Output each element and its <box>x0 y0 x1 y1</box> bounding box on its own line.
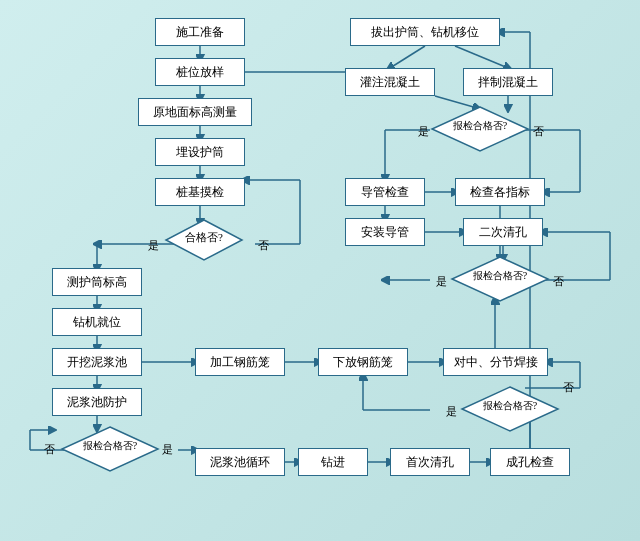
box-jiagong-gangjinlong: 加工钢筋笼 <box>195 348 285 376</box>
yes-label-d2: 是 <box>162 442 173 457</box>
box-zuanji-jiuwei: 钻机就位 <box>52 308 142 336</box>
flowchart-diagram: 施工准备 桩位放样 原地面标高测量 埋设护筒 桩基摸检 测护筒标高 钻机就位 开… <box>0 0 640 541</box>
yes-label-d1: 是 <box>148 238 159 253</box>
box-yuandi-biaoqao: 原地面标高测量 <box>138 98 252 126</box>
box-banzhi-hunningtu: 拌制混凝土 <box>463 68 553 96</box>
diamond-baojian-2: 报检合格否? <box>430 105 530 153</box>
no-label-d2: 否 <box>44 442 55 457</box>
box-shouciqingkong: 首次清孔 <box>390 448 470 476</box>
box-erciqingkong: 二次清孔 <box>463 218 543 246</box>
box-kaijue-nijiangchi: 开挖泥浆池 <box>52 348 142 376</box>
box-anzhuang-daoguan: 安装导管 <box>345 218 425 246</box>
no-label-d4: 否 <box>553 274 564 289</box>
box-nijiang-xunhuan: 泥浆池循环 <box>195 448 285 476</box>
box-cehutong-biaoqao: 测护筒标高 <box>52 268 142 296</box>
yes-label-d5: 是 <box>446 404 457 419</box>
box-maishehutong: 埋设护筒 <box>155 138 245 166</box>
box-chengjian-jiancha: 成孔检查 <box>490 448 570 476</box>
svg-line-46 <box>455 46 508 68</box>
box-zhuangjijiancha: 桩基摸检 <box>155 178 245 206</box>
box-nijiang-fanghu: 泥浆池防护 <box>52 388 142 416</box>
no-label-d1: 否 <box>258 238 269 253</box>
box-duizhong-hanjie: 对中、分节焊接 <box>443 348 548 376</box>
box-zhuwei-fangyang: 桩位放样 <box>155 58 245 86</box>
diamond-baojian-3: 报检合格否? <box>450 255 550 303</box>
box-baochuhutong: 拔出护筒、钻机移位 <box>350 18 500 46</box>
box-guanzhu-hunningtu: 灌注混凝土 <box>345 68 435 96</box>
diamond-baojian-1: 报检合格否? <box>60 425 160 473</box>
yes-label-d4: 是 <box>436 274 447 289</box>
box-xiafang-gangjinlong: 下放钢筋笼 <box>318 348 408 376</box>
diamond-hege-1: 合格否? <box>164 218 244 262</box>
svg-line-45 <box>390 46 425 68</box>
yes-label-d3: 是 <box>418 124 429 139</box>
no-label-d5: 否 <box>563 380 574 395</box>
box-zuanjin: 钻进 <box>298 448 368 476</box>
diamond-baojian-4: 报检合格否? <box>460 385 560 433</box>
box-shigong-zhunbei: 施工准备 <box>155 18 245 46</box>
box-jiancha-gezhibiao: 检查各指标 <box>455 178 545 206</box>
no-label-d3: 否 <box>533 124 544 139</box>
box-daoguan-jiancha: 导管检查 <box>345 178 425 206</box>
